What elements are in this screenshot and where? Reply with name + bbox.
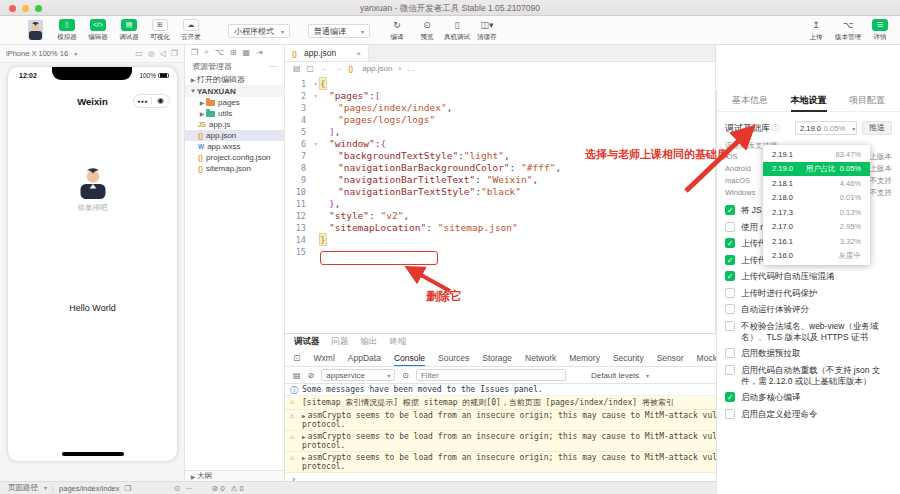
library-option-2.17.3[interactable]: 2.17.30.13% [763, 205, 870, 220]
checkbox-checked-icon[interactable]: ✓ [725, 255, 735, 265]
code-line-15[interactable]: 15 [285, 246, 716, 258]
setting-checkbox-row[interactable]: 启用自定义处理命令 [725, 409, 892, 420]
levels-select[interactable]: Default levels▾ [591, 371, 649, 380]
panel-tab-问题[interactable]: 问题 [332, 336, 349, 348]
outline-section[interactable]: ▶大纲 [185, 470, 284, 481]
expand-icon[interactable]: ▶ [302, 454, 306, 461]
multi-window-icon[interactable]: ❐ [171, 49, 178, 58]
setting-checkbox-row[interactable]: 启用代码自动热重载（不支持 json 文件，需 2.12.0 或以上基础库版本） [725, 365, 892, 387]
user-avatar[interactable] [28, 20, 43, 40]
checkbox-unchecked-icon[interactable] [725, 321, 735, 331]
open-editors-section[interactable]: ▶打开的编辑器 [185, 73, 284, 85]
toolbar-button-版本管理[interactable]: ⌥版本管理 [836, 19, 860, 42]
toolbar-button-编辑器[interactable]: </>编辑器 [86, 19, 110, 42]
split-editor-icon[interactable]: ⊞ [230, 48, 237, 57]
record-icon[interactable]: ◎ [148, 49, 155, 58]
code-line-14[interactable]: 14} [285, 234, 716, 246]
fold-icon[interactable]: ▾ [311, 78, 320, 90]
code-line-7[interactable]: 7"backgroundTextStyle":"light", [285, 150, 716, 162]
eye-icon[interactable]: ⊙ [174, 484, 180, 493]
file-item-app.json[interactable]: {}app.json [185, 130, 284, 141]
checkbox-unchecked-icon[interactable] [725, 365, 735, 375]
checkbox-unchecked-icon[interactable] [725, 304, 735, 314]
panel-tab-输出[interactable]: 输出 [361, 336, 378, 348]
git-branch-icon[interactable]: ⌥ [215, 48, 224, 57]
code-line-8[interactable]: 8"navigationBarBackgroundColor": "#fff", [285, 162, 716, 174]
user-avatar-image[interactable] [78, 167, 108, 199]
devtools-tab-Memory[interactable]: Memory [569, 349, 600, 367]
project-section[interactable]: ▼YANXUAN [185, 85, 284, 97]
setting-checkbox-row[interactable]: 不校验合法域名、web-view（业务域名）、TLS 版本以及 HTTPS 证书 [725, 321, 892, 343]
code-line-1[interactable]: 1▾{ [285, 78, 716, 90]
compile-select[interactable]: 普通编译▾ [308, 24, 370, 38]
devtools-tab-Mock[interactable]: Mock [697, 349, 716, 367]
checkbox-unchecked-icon[interactable] [725, 288, 735, 298]
file-item-utils[interactable]: ▶utils [185, 108, 284, 119]
devtools-tab-Wxml[interactable]: Wxml [314, 349, 335, 367]
code-line-6[interactable]: 6▾"window":{ [285, 138, 716, 150]
info-icon[interactable]: ⓘ [772, 123, 780, 133]
file-item-app.js[interactable]: JSapp.js [185, 119, 284, 130]
file-item-pages[interactable]: ▶pages [185, 97, 284, 108]
file-item-project.config.json[interactable]: {}project.config.json [185, 152, 284, 163]
clear-console-icon[interactable]: ⊘ [308, 371, 315, 380]
toolbar-button-预览[interactable]: ⊙预览 [415, 19, 439, 42]
toolbar-button-详情[interactable]: ☰详情 [868, 19, 892, 42]
page-path-label[interactable]: 页面路径 ▾ [8, 483, 47, 493]
setting-checkbox-row[interactable]: 上传时进行代码保护 [725, 288, 892, 299]
code-line-9[interactable]: 9"navigationBarTitleText": "Weixin", [285, 174, 716, 186]
library-option-2.16.0[interactable]: 2.16.0灰度中 [763, 249, 870, 264]
filter-input[interactable] [416, 369, 566, 381]
checkbox-unchecked-icon[interactable] [725, 409, 735, 419]
push-button[interactable]: 推送 [862, 121, 892, 135]
library-option-2.19.0[interactable]: 2.19.0用户占比0.05% [763, 162, 870, 177]
breadcrumb-more[interactable]: … [407, 64, 415, 73]
problem-counts[interactable]: ⊘ 0 ⚠ 0 [212, 484, 244, 493]
collapse-icon[interactable]: ⇥ [256, 48, 263, 57]
devtools-tab-AppData[interactable]: AppData [348, 349, 381, 367]
setting-checkbox-row[interactable]: ✓上传代码时自动压缩混淆 [725, 271, 892, 282]
console-message[interactable]: ⚠[sitemap 索引情况提示] 根据 sitemap 的规则[0]，当前页面… [285, 396, 716, 410]
library-select[interactable]: 2.19.0 0.05% ▾ [795, 121, 857, 135]
settings-tab-本地设置[interactable]: 本地设置 [791, 90, 827, 112]
code-line-13[interactable]: 13"sitemapLocation": "sitemap.json" [285, 222, 716, 234]
close-target-icon[interactable]: ◉ [152, 95, 169, 107]
device-select[interactable]: iPhone X 100% 16 ▾ [6, 49, 77, 58]
checkbox-checked-icon[interactable]: ✓ [725, 205, 735, 215]
search-icon[interactable]: ⌕ [204, 47, 208, 57]
settings-tab-项目配置[interactable]: 项目配置 [849, 90, 885, 112]
checkbox-unchecked-icon[interactable] [725, 348, 735, 358]
mode-select[interactable]: 小程序模式▾ [228, 24, 290, 38]
more-icon[interactable]: ⋯ [186, 484, 194, 493]
file-item-app.wxss[interactable]: Wapp.wxss [185, 141, 284, 152]
forward-icon[interactable]: → [334, 64, 342, 73]
rotate-icon[interactable]: ◁ [160, 49, 166, 58]
setting-checkbox-row[interactable]: 启用数据预拉取 [725, 348, 892, 359]
checkbox-checked-icon[interactable]: ✓ [725, 238, 735, 248]
files-icon[interactable]: ❐ [191, 48, 198, 57]
inspect-element-icon[interactable]: ⊡ [293, 353, 301, 363]
device-frame-icon[interactable]: ▭ [135, 49, 143, 58]
code-line-11[interactable]: 11}, [285, 198, 716, 210]
console-message[interactable]: ⓘSome messages have been moved to the Is… [285, 384, 716, 396]
code-line-10[interactable]: 10"navigationBarTextStyle":"black" [285, 186, 716, 198]
code-line-2[interactable]: 2▾"pages":[ [285, 90, 716, 102]
back-icon[interactable]: ← [320, 64, 328, 73]
setting-checkbox-row[interactable]: 自动运行体验评分 [725, 304, 892, 315]
library-option-2.18.1[interactable]: 2.18.14.46% [763, 176, 870, 191]
console-message[interactable]: ⚠▶asmCrypto seems to be load from an ins… [285, 431, 716, 452]
file-item-sitemap.json[interactable]: {}sitemap.json [185, 163, 284, 174]
checkbox-checked-icon[interactable]: ✓ [725, 392, 735, 402]
toolbar-button-清缓存[interactable]: ◫▾清缓存 [475, 19, 499, 42]
devtools-tab-Sources[interactable]: Sources [438, 349, 469, 367]
grid-icon[interactable]: ▦ [243, 48, 251, 57]
capsule-button[interactable]: ●●● ◉ [133, 94, 170, 108]
toolbar-button-调试器[interactable]: ▤调试器 [117, 19, 141, 42]
toolbar-button-上传[interactable]: ↥上传 [804, 19, 828, 42]
devtools-tab-Sensor[interactable]: Sensor [657, 349, 684, 367]
bookmark-icon[interactable]: ▢ [307, 64, 315, 73]
console-message[interactable]: ⚠▶asmCrypto seems to be load from an ins… [285, 452, 716, 473]
list-icon[interactable]: ▤ [293, 64, 301, 73]
checkbox-unchecked-icon[interactable] [725, 222, 735, 232]
checkbox-checked-icon[interactable]: ✓ [725, 271, 735, 281]
